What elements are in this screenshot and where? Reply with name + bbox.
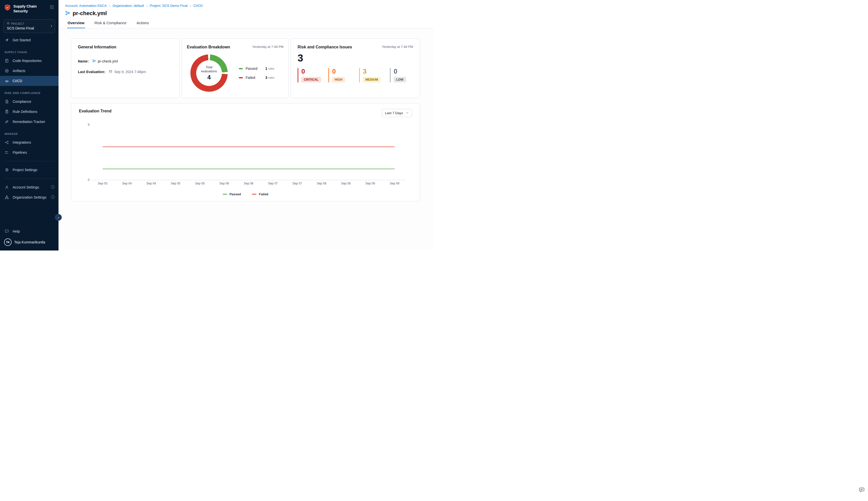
legend-count: 1 xyxy=(265,66,267,71)
x-tick-label: Sep 05 xyxy=(171,182,180,185)
donut-total-value: 4 xyxy=(207,74,211,81)
severity-badge: HIGH xyxy=(332,77,345,82)
sidebar-item-label: Account Settings xyxy=(13,185,39,189)
gear-icon: ⚙ xyxy=(4,168,10,172)
tab-actions[interactable]: Actions xyxy=(136,21,149,28)
card-timestamp: Yesterday at 7:48 PM xyxy=(252,45,283,49)
legend-count: 3 xyxy=(265,76,267,79)
legend-item: Failed xyxy=(252,192,268,196)
sidebar: Supply Chain Security PROJECT SCS Demo F… xyxy=(0,0,59,250)
chevron-right-icon: › xyxy=(146,3,147,8)
pipelines-icon xyxy=(4,150,10,155)
x-tick-label: Sep 07 xyxy=(292,182,302,185)
x-tick-label: Sep 06 xyxy=(244,182,253,185)
organization-icon xyxy=(4,195,10,200)
breadcrumb-link-account[interactable]: Account: Automation-SSCA xyxy=(65,4,107,8)
app-logo-shield-icon xyxy=(4,4,11,12)
logo-row: Supply Chain Security xyxy=(0,0,59,13)
card-title: Risk and Compliance Issues xyxy=(297,45,352,50)
legend-unit: rules xyxy=(268,76,274,79)
severity-badge: MEDIUM xyxy=(363,77,380,82)
severity-count: 0 xyxy=(301,68,321,75)
card-title: Evaluation Breakdown xyxy=(187,45,230,50)
sidebar-collapse-button[interactable]: ‹ xyxy=(55,214,62,221)
evaluation-breakdown-card: Evaluation Breakdown Yesterday at 7:48 P… xyxy=(181,39,289,98)
chevron-right-icon: › xyxy=(190,3,191,8)
severity-low: 0 LOW xyxy=(390,68,413,82)
legend-label: Failed xyxy=(259,192,268,196)
y-axis-tick: 5 xyxy=(84,123,90,127)
workflow-file-icon xyxy=(92,59,96,64)
x-tick-label: Sep 04 xyxy=(147,182,156,185)
date-range-dropdown[interactable]: Last 7 Days xyxy=(382,109,412,117)
x-axis-labels: Sep 03Sep 04Sep 04Sep 05Sep 05Sep 06Sep … xyxy=(103,180,395,185)
sidebar-item-organization-settings[interactable]: Organization Settings ⓘ xyxy=(0,192,59,202)
sidebar-item-compliance[interactable]: Compliance xyxy=(0,97,59,107)
project-selector[interactable]: PROJECT SCS Demo Final › xyxy=(3,19,55,33)
x-tick-label: Sep 08 xyxy=(341,182,351,185)
legend-label: Passed xyxy=(245,66,261,71)
info-icon[interactable]: ⓘ xyxy=(51,185,54,190)
sidebar-item-label: Compliance xyxy=(13,99,31,104)
infinity-cicd-icon: ∞ xyxy=(4,79,10,83)
breadcrumb-link-organization[interactable]: Organization: default xyxy=(113,4,144,8)
page-header: Account: Automation-SSCA › Organization:… xyxy=(59,0,434,29)
sidebar-item-pipelines[interactable]: Pipelines xyxy=(0,147,59,158)
sidebar-item-rule-definitions[interactable]: Rule Definitions xyxy=(0,107,59,117)
avatar: TK xyxy=(4,238,12,246)
sidebar-item-remediation-tracker[interactable]: Remediation Tracker xyxy=(0,117,59,127)
sidebar-item-project-settings[interactable]: ⚙ Project Settings xyxy=(0,165,59,175)
sidebar-item-code-repositories[interactable]: Code Repositories xyxy=(0,56,59,66)
severity-critical: 0 CRITICAL xyxy=(297,68,321,82)
failed-swatch xyxy=(239,77,243,78)
tab-risk-compliance[interactable]: Risk & Compliance xyxy=(94,21,127,28)
sidebar-item-label: Integrations xyxy=(13,140,31,145)
date-range-value: Last 7 Days xyxy=(385,111,403,115)
sidebar-item-artifacts[interactable]: Artifacts xyxy=(0,66,59,76)
breadcrumb: Account: Automation-SSCA › Organization:… xyxy=(65,3,427,8)
content-area: General Information Name: pr-check.yml L… xyxy=(59,29,434,250)
breadcrumb-link-cicd[interactable]: CI/CD xyxy=(194,4,203,8)
info-icon[interactable]: ⓘ xyxy=(51,195,54,200)
app-root: Supply Chain Security PROJECT SCS Demo F… xyxy=(0,0,434,250)
passed-swatch xyxy=(239,68,243,69)
sidebar-item-label: Rule Definitions xyxy=(13,110,37,114)
page-title: pr-check.yml xyxy=(73,10,107,17)
sidebar-item-account-settings[interactable]: Account Settings ⓘ xyxy=(0,182,59,192)
sidebar-item-label: Pipelines xyxy=(13,150,27,154)
severity-count: 0 xyxy=(394,68,413,75)
tab-bar: Overview Risk & Compliance Actions xyxy=(65,21,427,28)
user-row[interactable]: TK Teja Kummarikuntla xyxy=(0,236,59,250)
chevron-right-icon: › xyxy=(51,23,52,29)
sidebar-item-help[interactable]: Help xyxy=(0,226,59,236)
donut-center-label: Total evaluations xyxy=(198,65,220,74)
tab-overview[interactable]: Overview xyxy=(67,21,85,28)
card-timestamp: Yesterday at 7:48 PM xyxy=(382,45,413,49)
document-icon xyxy=(4,99,10,104)
main-area: Account: Automation-SSCA › Organization:… xyxy=(59,0,434,250)
project-label: PROJECT xyxy=(11,22,24,25)
legend-unit: rules xyxy=(268,67,274,70)
x-tick-label: Sep 03 xyxy=(98,182,107,185)
x-tick-label: Sep 05 xyxy=(195,182,205,185)
sidebar-item-cicd[interactable]: ∞ CI/CD xyxy=(0,76,59,86)
severity-count: 3 xyxy=(363,68,382,75)
sidebar-item-integrations[interactable]: Integrations xyxy=(0,137,59,147)
legend-swatch xyxy=(223,194,227,194)
project-cube-icon xyxy=(7,22,10,25)
bandage-icon xyxy=(4,119,10,124)
sidebar-item-label: Artifacts xyxy=(13,69,25,73)
module-grid-icon[interactable] xyxy=(49,4,55,11)
sidebar-divider xyxy=(4,161,54,161)
x-tick-label: Sep 08 xyxy=(317,182,326,185)
severity-row: 0 CRITICAL 0 HIGH 3 MEDIUM 0 xyxy=(297,68,413,82)
sidebar-item-label: Get Started xyxy=(13,38,31,42)
trend-legend: PassedFailed xyxy=(79,192,412,196)
breadcrumb-link-project[interactable]: Project: SCS Demo Final xyxy=(150,4,188,8)
chevron-down-icon xyxy=(406,111,409,115)
general-information-card: General Information Name: pr-check.yml L… xyxy=(71,39,179,98)
severity-badge: LOW xyxy=(394,77,406,82)
risk-compliance-issues-card: Risk and Compliance Issues Yesterday at … xyxy=(291,39,420,98)
rocket-icon xyxy=(4,38,10,42)
sidebar-item-get-started[interactable]: Get Started xyxy=(0,35,59,45)
